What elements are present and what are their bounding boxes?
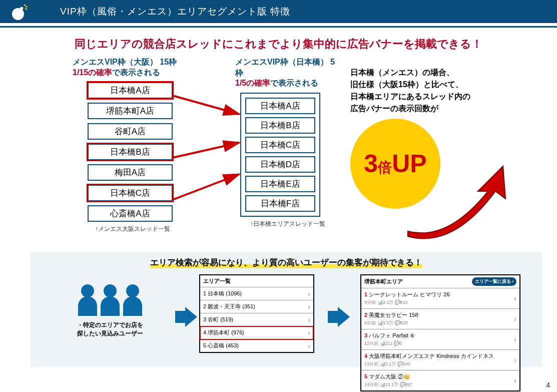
result-line: 広告バナーの表示回数が — [350, 103, 535, 115]
nihonbashi-store-list: 日本橋A店日本橋B店日本橋C店日本橋D店日本橋E店日本橋F店 — [240, 93, 320, 217]
panel-head: 堺筋本町エリア エリア一覧に戻る › — [361, 275, 519, 288]
logo-bomb-icon — [9, 3, 29, 21]
badge-number: 3 — [364, 150, 378, 178]
store-item: 堺筋本町A店 — [88, 103, 173, 119]
shop-label: 4 大阪堺筋本町メンズエステ Kindness カインドネス13分前 📊3.1万… — [364, 352, 494, 367]
chevron-right-icon: › — [514, 295, 516, 302]
store-item: 日本橋B店 — [88, 144, 173, 160]
chevron-right-icon: › — [514, 336, 516, 343]
chevron-right-icon: › — [308, 342, 310, 349]
shop-row[interactable]: 2 美魔女セラピー 1589分前 📊3.3万 💬523› — [361, 309, 519, 329]
shop-label: 1 シークレットルーム ヒマワリ 265分前 📊3.3万 💬610 — [364, 291, 450, 306]
result-line: 日本橋（メンエス）の場合、 — [350, 67, 535, 79]
up-badge: 3倍UP — [350, 119, 535, 209]
chevron-right-icon: › — [308, 290, 310, 297]
osaka-title: メンエスVIP枠（大阪） 15枠 — [73, 57, 193, 68]
svg-point-6 — [104, 284, 117, 297]
shop-label: 5 マダム大阪 ②👑14分前 📊10.1万 💬967 — [364, 373, 413, 388]
result-text: 日本橋（メンエス）の場合、 旧仕様（大阪15枠）と比べて、 日本橋エリアにあるス… — [350, 67, 535, 115]
shop-label: 2 美魔女セラピー 1589分前 📊3.3万 💬523 — [364, 311, 418, 326]
area-row[interactable]: 2 難波・天王寺 (351)› — [200, 300, 313, 313]
shop-row[interactable]: 5 マダム大阪 ②👑14分前 📊10.1万 💬967› — [361, 370, 519, 390]
chevron-right-icon: › — [514, 315, 516, 322]
flow-arrow-icon — [175, 307, 197, 327]
area-label: 4 堺筋本町 (976) — [203, 329, 244, 336]
svg-point-5 — [81, 284, 94, 297]
nihonbashi-prob-suffix: で表示される — [270, 79, 318, 87]
chevron-right-icon: › — [514, 377, 516, 384]
chevron-right-icon: › — [514, 356, 516, 363]
osaka-prob-suffix: で表示される — [112, 68, 160, 77]
nihonbashi-title: メンエスVIP枠（日本橋） 5枠 — [235, 57, 340, 78]
store-item: 日本橋A店 — [245, 98, 315, 114]
column-nihonbashi: メンエスVIP枠（日本橋） 5枠 1/5の確率で表示される 日本橋A店日本橋B店… — [235, 57, 340, 228]
main-subtitle: 同じエリアの競合店スレッドにこれまでより集中的に広告バナーを掲載できる！ — [0, 37, 557, 52]
slide-title: VIP枠（風俗・メンエス）エリアセグメント版 特徴 — [60, 5, 290, 18]
result-line: 旧仕様（大阪15枠）と比べて、 — [350, 79, 535, 91]
chevron-right-icon: › — [308, 303, 310, 310]
area-row[interactable]: 5 心斎橋 (453)› — [200, 339, 313, 352]
result-line: 日本橋エリアにあるスレッド内の — [350, 91, 535, 103]
area-label: 2 難波・天王寺 (351) — [203, 303, 255, 310]
store-item: 梅田A店 — [88, 164, 173, 181]
nihonbashi-caption: ↑日本橋エリアスレッド一覧 — [235, 220, 340, 228]
bottom-title: エリア検索が容易になり、より質の高いユーザーの集客が期待できる！ — [150, 257, 422, 268]
header-divider — [0, 26, 557, 28]
store-item: 日本橋C店 — [88, 185, 173, 201]
shop-row[interactable]: 1 シークレットルーム ヒマワリ 265分前 📊3.3万 💬610› — [361, 288, 519, 309]
store-item: 日本橋C店 — [245, 137, 315, 153]
slide-header: VIP枠（風俗・メンエス）エリアセグメント版 特徴 — [0, 0, 557, 23]
osaka-store-list: 日本橋A店堺筋本町A店谷町A店日本橋B店梅田A店日本橋C店心斎橋A店 — [88, 82, 173, 222]
page-number: 4 — [546, 381, 550, 389]
area-detail-panel: 堺筋本町エリア エリア一覧に戻る › 1 シークレットルーム ヒマワリ 265分… — [360, 274, 520, 391]
panel-head-label: 堺筋本町エリア — [364, 278, 403, 285]
area-list-panel: エリア一覧 1 日本橋 (1096)›2 難波・天王寺 (351)›3 谷町 (… — [199, 274, 314, 353]
shop-row[interactable]: 4 大阪堺筋本町メンズエステ Kindness カインドネス13分前 📊3.1万… — [361, 350, 519, 370]
osaka-probability: 1/15の確率 — [73, 68, 112, 77]
store-item: 日本橋F店 — [245, 195, 315, 212]
area-row[interactable]: 3 谷町 (519)› — [200, 313, 313, 326]
column-result: 日本橋（メンエス）の場合、 旧仕様（大阪15枠）と比べて、 日本橋エリアにあるス… — [350, 57, 535, 209]
badge-unit: 倍 — [378, 160, 392, 175]
store-item: 日本橋D店 — [245, 156, 315, 173]
back-pill[interactable]: エリア一覧に戻る › — [472, 277, 517, 286]
area-row[interactable]: 4 堺筋本町 (976)› — [200, 326, 313, 339]
users-icon — [75, 282, 145, 319]
area-row[interactable]: 1 日本橋 (1096)› — [200, 287, 313, 300]
up-arrow-icon — [403, 161, 518, 241]
chevron-right-icon: › — [308, 329, 310, 336]
panel-head-label: エリア一覧 — [203, 277, 231, 285]
area-label: 3 谷町 (519) — [203, 316, 233, 323]
store-item: 日本橋E店 — [245, 176, 315, 192]
users-block: ・特定のエリアでお店を探したい見込みユーザー — [55, 282, 165, 338]
store-item: 心斎橋A店 — [88, 205, 173, 222]
panel-head: エリア一覧 — [200, 275, 313, 287]
store-item: 日本橋B店 — [245, 117, 315, 134]
area-label: 1 日本橋 (1096) — [203, 290, 242, 297]
shop-row[interactable]: 3 パルフェ Parfait ⑥12分前 📊211 💬6› — [361, 329, 519, 350]
bottom-panel: エリア検索が容易になり、より質の高いユーザーの集客が期待できる！ ・特定のエリア… — [30, 252, 542, 367]
column-osaka: メンエスVIP枠（大阪） 15枠 1/15の確率で表示される 日本橋A店堺筋本町… — [73, 57, 193, 233]
chevron-right-icon: › — [308, 316, 310, 323]
flow-arrow-icon — [328, 307, 350, 327]
comparison-area: メンエスVIP枠（大阪） 15枠 1/15の確率で表示される 日本橋A店堺筋本町… — [0, 57, 557, 252]
users-caption: ・特定のエリアでお店を探したい見込みユーザー — [55, 321, 165, 338]
svg-point-7 — [126, 284, 139, 297]
store-item: 日本橋A店 — [88, 82, 173, 99]
nihonbashi-probability: 1/5の確率 — [235, 79, 270, 87]
area-label: 5 心斎橋 (453) — [203, 342, 239, 349]
shop-label: 3 パルフェ Parfait ⑥12分前 📊211 💬6 — [364, 332, 415, 347]
store-item: 谷町A店 — [88, 123, 173, 140]
osaka-caption: ↑メンエス大阪スレッド一覧 — [73, 225, 193, 233]
